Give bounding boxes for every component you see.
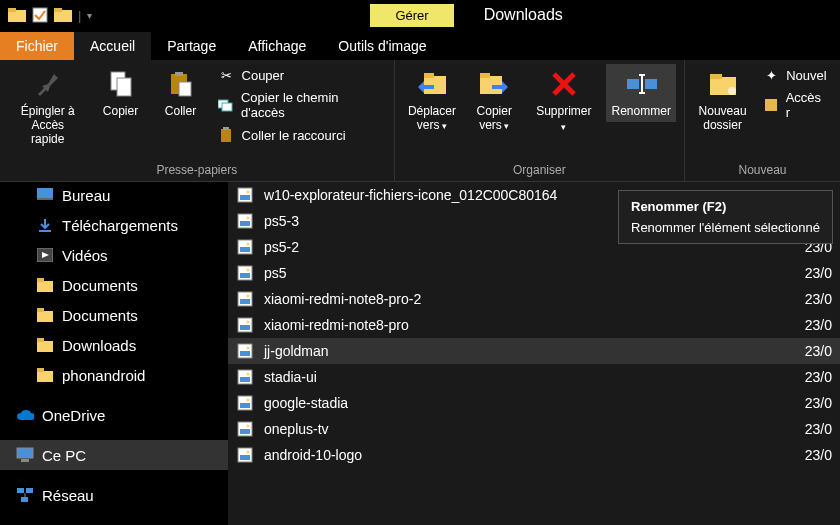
svg-rect-35 [37,341,53,352]
svg-rect-34 [37,308,44,312]
folder-icon[interactable] [54,7,72,23]
new-folder-button[interactable]: Nouveau dossier [693,64,752,136]
tab-file[interactable]: Fichier [0,32,74,60]
svg-rect-28 [37,198,53,200]
file-date: 23/0 [805,343,832,359]
svg-rect-73 [240,429,250,434]
ribbon-group-organize: Déplacer vers Copier vers Supprimer Reno… [395,60,685,181]
file-row[interactable]: stadia-ui23/0 [228,364,840,390]
file-name: oneplus-tv [264,421,805,437]
clipboard-icon [218,126,236,144]
tab-view[interactable]: Affichage [232,32,322,60]
svg-rect-18 [627,79,639,89]
paste-shortcut-button[interactable]: Coller le raccourci [214,124,386,146]
copy-button[interactable]: Copier [94,64,148,122]
file-date: 23/0 [805,291,832,307]
svg-point-74 [247,425,250,428]
copy-path-button[interactable]: Copier le chemin d'accès [214,88,386,122]
svg-rect-55 [240,273,250,278]
file-date: 23/0 [805,265,832,281]
copy-to-icon [478,68,510,100]
svg-rect-38 [37,368,44,372]
move-to-button[interactable]: Déplacer vers [403,64,462,137]
group-label: Nouveau [693,161,832,177]
nav-phonandroid[interactable]: phonandroid [0,360,228,390]
image-file-icon [236,316,254,334]
tab-home[interactable]: Accueil [74,32,151,60]
svg-rect-41 [17,488,24,493]
new-item-button[interactable]: ✦Nouvel [758,64,832,86]
svg-rect-40 [21,459,29,462]
svg-point-53 [247,243,250,246]
nav-videos[interactable]: Vidéos [0,240,228,270]
nav-onedrive[interactable]: OneDrive [0,400,228,430]
file-row[interactable]: ps523/0 [228,260,840,286]
ribbon-group-new: Nouveau dossier ✦Nouvel Accès r Nouveau [685,60,840,181]
nav-downloads[interactable]: Downloads [0,330,228,360]
svg-rect-46 [240,195,250,200]
svg-point-25 [728,87,736,95]
file-row[interactable]: jj-goldman23/0 [228,338,840,364]
paste-icon [165,68,197,100]
svg-rect-64 [240,351,250,356]
move-icon [416,68,448,100]
image-file-icon [236,342,254,360]
checkbox-icon[interactable] [32,7,48,23]
svg-point-62 [247,321,250,324]
image-file-icon [236,186,254,204]
tab-image-tools[interactable]: Outils d'image [322,32,442,60]
svg-rect-32 [37,278,44,282]
folder-icon[interactable] [8,7,26,23]
svg-rect-31 [37,281,53,292]
file-row[interactable]: google-stadia23/0 [228,390,840,416]
svg-rect-58 [240,299,250,304]
cut-button[interactable]: ✂Couper [214,64,386,86]
image-file-icon [236,420,254,438]
folder-icon [707,68,739,100]
svg-rect-17 [480,73,490,78]
svg-point-71 [247,399,250,402]
file-name: xiaomi-redmi-note8-pro-2 [264,291,805,307]
folder-icon [36,366,54,384]
easy-access-button[interactable]: Accès r [758,88,832,122]
download-icon [36,216,54,234]
tab-share[interactable]: Partage [151,32,232,60]
nav-documents[interactable]: Documents [0,270,228,300]
tab-bar: Fichier Accueil Partage Affichage Outils… [0,30,840,60]
nav-bureau[interactable]: Bureau [0,182,228,210]
svg-rect-49 [240,221,250,226]
title-bar: | ▾ Gérer Downloads [0,0,840,30]
file-row[interactable]: android-10-logo23/0 [228,442,840,468]
context-tab[interactable]: Gérer [370,4,453,27]
nav-documents[interactable]: Documents [0,300,228,330]
tooltip-body: Renommer l'élément sélectionné [631,220,820,235]
copy-to-button[interactable]: Copier vers [467,64,521,137]
rename-button[interactable]: Renommer [606,64,676,122]
svg-point-77 [247,451,250,454]
svg-rect-33 [37,311,53,322]
pc-icon [16,446,34,464]
network-icon [16,486,34,504]
file-row[interactable]: oneplus-tv23/0 [228,416,840,442]
svg-point-59 [247,295,250,298]
delete-button[interactable]: Supprimer [527,64,600,138]
copy-icon [105,68,137,100]
nav-downloads[interactable]: Téléchargements [0,210,228,240]
link-icon [762,96,780,114]
path-icon [218,96,235,114]
sparkle-icon: ✦ [762,66,780,84]
folder-icon [36,276,54,294]
file-row[interactable]: xiaomi-redmi-note8-pro23/0 [228,312,840,338]
paste-button[interactable]: Coller [154,64,208,122]
svg-rect-13 [223,127,229,130]
nav-this-pc[interactable]: Ce PC [0,440,228,470]
file-name: android-10-logo [264,447,805,463]
chevron-down-icon[interactable]: ▾ [87,10,92,21]
nav-network[interactable]: Réseau [0,480,228,510]
svg-point-68 [247,373,250,376]
file-row[interactable]: xiaomi-redmi-note8-pro-223/0 [228,286,840,312]
file-name: xiaomi-redmi-note8-pro [264,317,805,333]
rename-icon [625,68,657,100]
group-label: Organiser [403,161,676,177]
pin-button[interactable]: Épingler à Accès rapide [8,64,88,150]
